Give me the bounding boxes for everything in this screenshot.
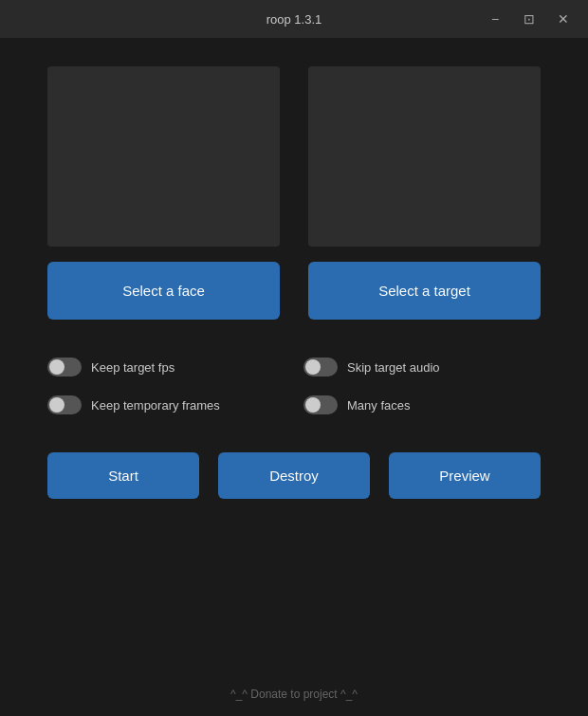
target-panel: Select a target <box>308 66 541 320</box>
toggles-section: Keep target fps Skip target audio K <box>47 348 541 424</box>
keep-target-fps-label: Keep target fps <box>91 360 175 375</box>
keep-target-fps-toggle-item: Keep target fps <box>47 348 285 386</box>
many-faces-thumb <box>305 397 321 413</box>
select-face-button[interactable]: Select a face <box>47 262 280 320</box>
face-panel: Select a face <box>47 66 280 320</box>
main-content: Select a face Select a target Keep targe… <box>0 38 588 672</box>
skip-target-audio-toggle[interactable] <box>303 358 338 376</box>
toggles-row-2: Keep temporary frames Many faces <box>47 386 541 424</box>
keep-target-fps-toggle[interactable] <box>47 358 82 376</box>
keep-temp-frames-toggle-item: Keep temporary frames <box>47 386 285 424</box>
keep-target-fps-thumb <box>49 359 64 375</box>
start-button[interactable]: Start <box>47 452 199 499</box>
title-bar: roop 1.3.1 − ⊡ ✕ <box>0 0 588 38</box>
app-title: roop 1.3.1 <box>266 12 322 27</box>
keep-temp-frames-track <box>47 395 82 414</box>
panels-row: Select a face Select a target <box>47 66 541 320</box>
maximize-button[interactable]: ⊡ <box>516 6 542 32</box>
select-target-button[interactable]: Select a target <box>308 262 541 320</box>
destroy-button[interactable]: Destroy <box>218 452 370 499</box>
minimize-button[interactable]: − <box>482 6 508 32</box>
many-faces-label: Many faces <box>347 398 410 413</box>
many-faces-track <box>303 395 338 414</box>
many-faces-toggle[interactable] <box>303 395 338 414</box>
window-controls: − ⊡ ✕ <box>482 6 577 32</box>
footer: ^_^ Donate to project ^_^ <box>0 672 588 716</box>
skip-target-audio-label: Skip target audio <box>347 360 440 375</box>
skip-target-audio-toggle-item: Skip target audio <box>303 348 541 386</box>
target-image-placeholder <box>308 66 541 247</box>
keep-temp-frames-toggle[interactable] <box>47 395 82 414</box>
preview-button[interactable]: Preview <box>389 452 541 499</box>
action-buttons-row: Start Destroy Preview <box>47 452 541 499</box>
close-button[interactable]: ✕ <box>550 6 577 32</box>
skip-target-audio-thumb <box>305 359 321 375</box>
donate-text: ^_^ Donate to project ^_^ <box>230 688 358 701</box>
toggles-row-1: Keep target fps Skip target audio <box>47 348 541 386</box>
many-faces-toggle-item: Many faces <box>303 386 541 424</box>
face-image-placeholder <box>47 66 280 247</box>
keep-temp-frames-thumb <box>49 397 64 413</box>
skip-target-audio-track <box>303 358 338 376</box>
keep-target-fps-track <box>47 358 82 376</box>
keep-temp-frames-label: Keep temporary frames <box>91 398 220 413</box>
